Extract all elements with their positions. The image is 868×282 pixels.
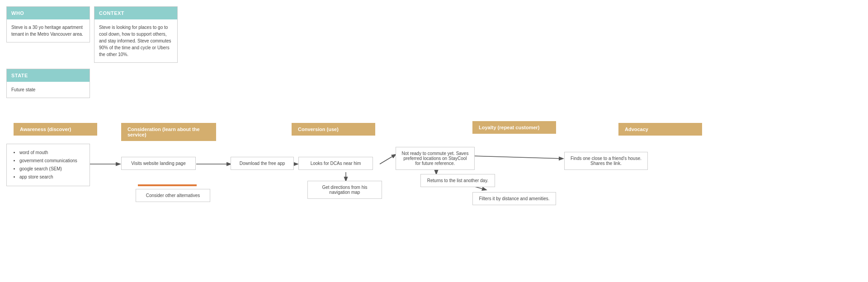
context-body: Steve is looking for places to go to coo…: [94, 19, 177, 62]
awareness-list-box: word of mouth government communications …: [6, 144, 90, 186]
state-body: Future state: [7, 82, 90, 98]
who-body: Steve is a 30 yo heritage apartment tena…: [7, 19, 90, 42]
state-card: STATE Future state: [6, 69, 90, 98]
stage-consideration: Consideration (learn about the service): [121, 123, 216, 141]
orange-bar: [138, 184, 197, 186]
stage-loyalty: Loyalty (repeat customer): [472, 121, 556, 134]
who-card: WHO Steve is a 30 yo heritage apartment …: [6, 6, 90, 42]
action-finds-one: Finds one close to a friend's house. Sha…: [564, 152, 648, 170]
state-header: STATE: [7, 69, 90, 82]
action-not-ready: Not ready to commute yet. Saves preferre…: [396, 147, 475, 170]
action-filters: Filters it by distance and amenities.: [472, 192, 556, 205]
awareness-list: word of mouth government communications …: [11, 149, 85, 181]
list-item: government communications: [19, 157, 85, 165]
svg-line-7: [472, 156, 563, 159]
svg-line-4: [380, 155, 396, 164]
action-looks-dcas: Looks for DCAs near him: [298, 157, 373, 170]
who-header: WHO: [7, 7, 90, 19]
action-visits-website: Visits website landing page: [121, 157, 196, 170]
list-item: google search (SEM): [19, 165, 85, 173]
action-consider-alternatives: Consider other alternatives: [136, 189, 210, 202]
action-download-app: Download the free app: [231, 157, 294, 170]
action-returns-list: Returns to the list another day.: [420, 174, 495, 187]
context-card: CONTEXT Steve is looking for places to g…: [94, 6, 178, 63]
stage-advocacy: Advocacy: [618, 123, 702, 136]
stage-awareness: Awareness (discover): [14, 123, 97, 136]
action-get-directions: Get directions from his navigation map: [307, 181, 382, 199]
stage-conversion: Conversion (use): [292, 123, 375, 136]
context-header: CONTEXT: [94, 7, 177, 19]
list-item: word of mouth: [19, 149, 85, 157]
canvas: WHO Steve is a 30 yo heritage apartment …: [0, 0, 868, 282]
list-item: app store search: [19, 173, 85, 181]
